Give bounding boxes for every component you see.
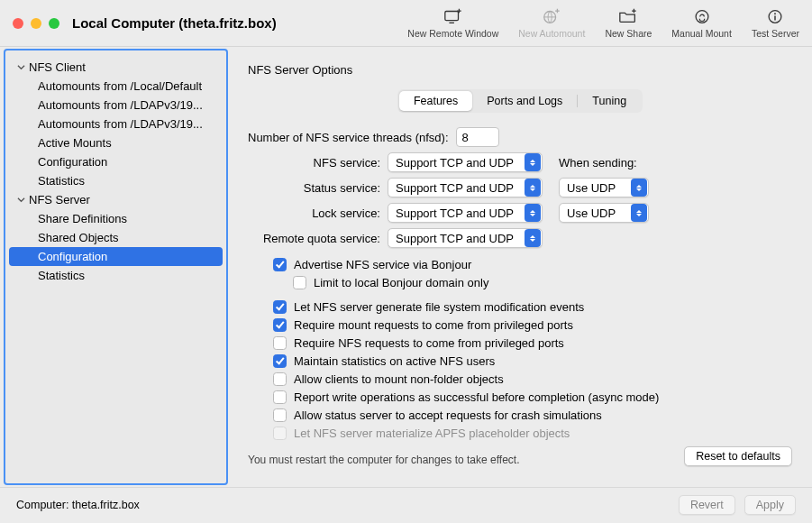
popup-value: Support TCP and UDP [396, 206, 519, 220]
sidebar-item-client-configuration[interactable]: Configuration [5, 152, 226, 171]
tab-tuning[interactable]: Tuning [578, 91, 641, 111]
checkbox-icon [273, 318, 287, 332]
status-send-popup[interactable]: Use UDP [559, 178, 649, 197]
titlebar: Local Computer (theta.fritz.box) New Rem… [0, 0, 812, 47]
checkbox-icon [273, 408, 287, 422]
revert-button: Revert [679, 495, 735, 515]
option-bonjour[interactable]: Advertise NFS service via Bonjour [248, 257, 792, 272]
toolbar-label: New Remote Window [407, 28, 498, 39]
option-label: Report write operations as successful be… [294, 390, 659, 404]
checkbox-icon [273, 354, 287, 368]
option-bonjour-local[interactable]: Limit to local Bonjour domain only [248, 275, 792, 290]
sidebar-item-share-definitions[interactable]: Share Definitions [5, 209, 226, 228]
lock-send-popup[interactable]: Use UDP [559, 203, 649, 223]
traffic-lights [13, 18, 59, 29]
reset-defaults-button[interactable]: Reset to defaults [684, 446, 792, 466]
toolbar-new-share[interactable]: New Share [605, 7, 652, 39]
updown-icon [525, 229, 541, 247]
toolbar-new-remote-window[interactable]: New Remote Window [407, 7, 498, 39]
sidebar: NFS Client Automounts from /Local/Defaul… [4, 49, 228, 485]
toolbar-manual-mount[interactable]: Manual Mount [671, 7, 732, 39]
tab-features[interactable]: Features [399, 91, 472, 111]
threads-input[interactable] [456, 127, 499, 147]
option-crash[interactable]: Allow status server to accept requests f… [248, 408, 792, 423]
sidebar-item-server-statistics[interactable]: Statistics [5, 266, 226, 285]
sidebar-group-nfs-server[interactable]: NFS Server [5, 190, 226, 209]
sidebar-item-client-statistics[interactable]: Statistics [5, 171, 226, 190]
maximize-icon[interactable] [49, 18, 59, 29]
option-async[interactable]: Report write operations as successful be… [248, 390, 792, 405]
window-title: Local Computer (theta.fritz.box) [72, 15, 277, 31]
option-label: Require NFS requests to come from privil… [294, 336, 564, 350]
checkbox-icon [273, 336, 287, 350]
toolbar-test-server[interactable]: Test Server [752, 7, 799, 39]
checkbox-icon [273, 300, 287, 314]
toolbar-label: Test Server [752, 28, 799, 39]
option-fsevents[interactable]: Let NFS server generate file system modi… [248, 299, 792, 315]
checkbox-icon [273, 372, 287, 386]
toolbar-new-automount: New Automount [518, 7, 585, 39]
sidebar-item-automounts-local[interactable]: Automounts from /Local/Default [5, 77, 226, 96]
option-label: Allow clients to mount non-folder object… [294, 372, 504, 386]
minimize-icon[interactable] [31, 18, 41, 29]
quota-service-popup[interactable]: Support TCP and UDP [388, 228, 543, 248]
option-label: Allow status server to accept requests f… [294, 408, 602, 422]
option-label: Let NFS server materialize APFS placehol… [294, 427, 570, 440]
option-label: Require mount requests to come from priv… [294, 318, 573, 332]
apply-button: Apply [744, 495, 796, 515]
status-service-popup[interactable]: Support TCP and UDP [388, 178, 543, 197]
popup-value: Use UDP [567, 206, 621, 220]
option-priv-nfs[interactable]: Require NFS requests to come from privil… [248, 335, 792, 351]
restart-hint: You must restart the computer for change… [248, 446, 520, 466]
popup-value: Use UDP [567, 181, 621, 195]
svg-point-5 [775, 13, 777, 14]
sidebar-item-active-mounts[interactable]: Active Mounts [5, 133, 226, 152]
chevron-down-icon [16, 63, 25, 72]
checkbox-icon [273, 390, 287, 404]
close-icon[interactable] [13, 18, 23, 29]
threads-label: Number of NFS service threads (nfsd): [248, 131, 449, 144]
tab-group: Features Ports and Logs Tuning [397, 89, 643, 113]
popup-value: Support TCP and UDP [396, 232, 519, 245]
updown-icon [525, 153, 541, 171]
sidebar-item-automounts-ldap1[interactable]: Automounts from /LDAPv3/19... [5, 96, 226, 115]
display-plus-icon [443, 7, 463, 25]
checkbox-icon [293, 276, 306, 289]
when-sending-label: When sending: [559, 156, 637, 170]
updown-icon [525, 204, 541, 222]
updown-icon [631, 179, 647, 197]
option-stats[interactable]: Maintain statistics on active NFS users [248, 353, 792, 369]
sidebar-item-automounts-ldap2[interactable]: Automounts from /LDAPv3/19... [5, 115, 226, 133]
toolbar-label: Manual Mount [671, 28, 732, 39]
nfs-service-popup[interactable]: Support TCP and UDP [388, 152, 543, 172]
nfs-service-label: NFS service: [248, 156, 380, 170]
updown-icon [631, 204, 647, 222]
toolbar: New Remote Window New Automount New Shar… [407, 7, 799, 39]
lock-service-popup[interactable]: Support TCP and UDP [388, 203, 543, 223]
toolbar-label: New Share [605, 28, 652, 39]
option-label: Advertise NFS service via Bonjour [294, 258, 471, 271]
sidebar-item-shared-objects[interactable]: Shared Objects [5, 228, 226, 247]
option-apfs: Let NFS server materialize APFS placehol… [248, 426, 792, 441]
lock-service-label: Lock service: [248, 206, 380, 220]
chevron-down-icon [16, 196, 25, 205]
sidebar-group-label: NFS Server [29, 193, 90, 206]
computer-label: Computer: theta.fritz.box [16, 499, 140, 511]
tab-ports-and-logs[interactable]: Ports and Logs [472, 91, 577, 111]
toolbar-label: New Automount [518, 28, 585, 39]
sidebar-item-server-configuration[interactable]: Configuration [9, 247, 223, 266]
option-priv-mount[interactable]: Require mount requests to come from priv… [248, 317, 792, 333]
option-nonfolder[interactable]: Allow clients to mount non-folder object… [248, 372, 792, 387]
sidebar-group-nfs-client[interactable]: NFS Client [5, 58, 226, 77]
option-label: Maintain statistics on active NFS users [294, 354, 495, 368]
folder-plus-icon [618, 7, 638, 25]
option-label: Let NFS server generate file system modi… [294, 300, 584, 314]
globe-plus-icon [542, 7, 561, 25]
footer: Computer: theta.fritz.box Revert Apply [0, 487, 812, 521]
checkbox-icon [273, 427, 287, 440]
popup-value: Support TCP and UDP [396, 181, 519, 195]
info-icon [765, 7, 785, 25]
svg-rect-0 [445, 12, 459, 21]
option-label: Limit to local Bonjour domain only [314, 276, 488, 289]
status-service-label: Status service: [248, 181, 380, 195]
